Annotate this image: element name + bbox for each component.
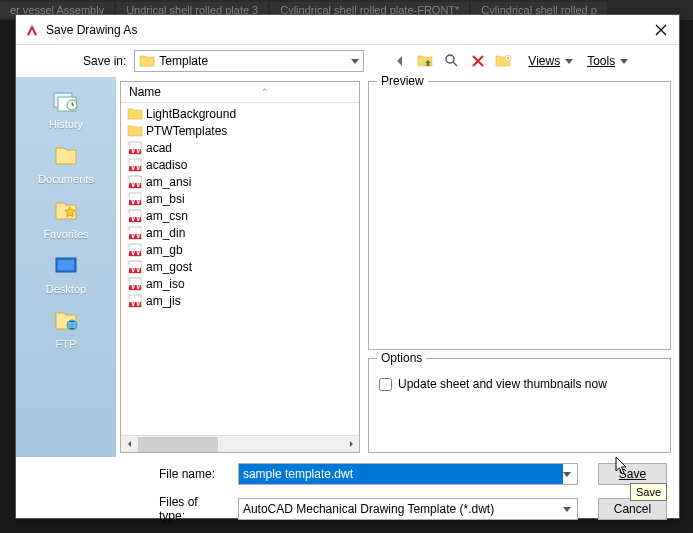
- titlebar: Save Drawing As: [16, 15, 679, 45]
- file-item[interactable]: DWTam_gost: [125, 258, 355, 275]
- dwt-file-icon: DWT: [127, 192, 143, 206]
- file-item-label: am_jis: [146, 294, 181, 308]
- history-icon: [50, 87, 82, 115]
- dwt-file-icon: DWT: [127, 141, 143, 155]
- svg-point-0: [446, 55, 454, 63]
- filename-combobox[interactable]: [238, 463, 578, 485]
- dwt-file-icon: DWT: [127, 175, 143, 189]
- new-folder-icon[interactable]: [494, 51, 514, 71]
- places-sidebar: History Documents Favorites Desktop: [16, 77, 116, 457]
- options-panel: Options Update sheet and view thumbnails…: [368, 358, 671, 453]
- scroll-thumb[interactable]: [138, 437, 218, 452]
- ftp-icon: [50, 307, 82, 335]
- update-thumbnails-checkbox[interactable]: [379, 378, 392, 391]
- preview-panel: Preview: [368, 81, 671, 350]
- scroll-right-icon[interactable]: [342, 436, 359, 453]
- sidebar-item-label: Documents: [38, 173, 94, 185]
- sidebar-item-history[interactable]: History: [26, 83, 106, 134]
- chevron-down-icon: [563, 472, 571, 477]
- toolbar: Save in: Template: [16, 45, 679, 77]
- dialog-title: Save Drawing As: [46, 23, 651, 37]
- file-item-label: am_bsi: [146, 192, 185, 206]
- sidebar-item-desktop[interactable]: Desktop: [26, 248, 106, 299]
- file-item[interactable]: DWTacad: [125, 139, 355, 156]
- sidebar-item-ftp[interactable]: FTP: [26, 303, 106, 354]
- file-list[interactable]: Name ⌃ LightBackgroundPTWTemplatesDWTaca…: [120, 81, 360, 453]
- chevron-down-icon: [620, 59, 628, 64]
- sidebar-item-label: FTP: [56, 338, 77, 350]
- svg-text:DWT: DWT: [128, 176, 142, 189]
- file-item[interactable]: DWTam_ansi: [125, 173, 355, 190]
- svg-text:DWT: DWT: [128, 142, 142, 155]
- file-item[interactable]: DWTam_bsi: [125, 190, 355, 207]
- file-item[interactable]: LightBackground: [125, 105, 355, 122]
- filetype-combobox[interactable]: AutoCAD Mechanical Drawing Template (*.d…: [238, 498, 578, 520]
- update-thumbnails-label: Update sheet and view thumbnails now: [398, 377, 607, 391]
- back-icon[interactable]: [390, 51, 410, 71]
- options-legend: Options: [377, 351, 426, 365]
- file-item-label: LightBackground: [146, 107, 236, 121]
- folder-icon: [127, 124, 143, 138]
- svg-text:DWT: DWT: [128, 295, 142, 308]
- svg-text:DWT: DWT: [128, 159, 142, 172]
- file-item-label: acadiso: [146, 158, 187, 172]
- folder-icon: [127, 107, 143, 121]
- dwt-file-icon: DWT: [127, 294, 143, 308]
- close-button[interactable]: [651, 20, 671, 40]
- file-item-label: am_iso: [146, 277, 185, 291]
- svg-rect-6: [58, 260, 74, 270]
- list-header-name[interactable]: Name ⌃: [121, 82, 359, 103]
- file-item[interactable]: PTWTemplates: [125, 122, 355, 139]
- file-item-label: am_ansi: [146, 175, 191, 189]
- views-dropdown[interactable]: Views: [528, 54, 573, 68]
- dwt-file-icon: DWT: [127, 260, 143, 274]
- svg-text:DWT: DWT: [128, 210, 142, 223]
- svg-text:DWT: DWT: [128, 278, 142, 291]
- file-item[interactable]: DWTacadiso: [125, 156, 355, 173]
- filetype-value: AutoCAD Mechanical Drawing Template (*.d…: [239, 502, 563, 516]
- file-item[interactable]: DWTam_csn: [125, 207, 355, 224]
- file-item-label: PTWTemplates: [146, 124, 227, 138]
- tooltip: Save: [630, 483, 667, 501]
- dwt-file-icon: DWT: [127, 226, 143, 240]
- file-item-label: am_din: [146, 226, 185, 240]
- sidebar-item-documents[interactable]: Documents: [26, 138, 106, 189]
- file-item-label: am_gb: [146, 243, 183, 257]
- file-item[interactable]: DWTam_din: [125, 224, 355, 241]
- chevron-down-icon: [565, 59, 573, 64]
- up-folder-icon[interactable]: [416, 51, 436, 71]
- sidebar-item-favorites[interactable]: Favorites: [26, 193, 106, 244]
- file-item-label: am_gost: [146, 260, 192, 274]
- chevron-down-icon: [563, 507, 571, 512]
- filename-input[interactable]: [239, 464, 563, 484]
- file-item-label: am_csn: [146, 209, 188, 223]
- dwt-file-icon: DWT: [127, 243, 143, 257]
- desktop-icon: [50, 252, 82, 280]
- file-item[interactable]: DWTam_jis: [125, 292, 355, 309]
- tools-dropdown[interactable]: Tools: [587, 54, 628, 68]
- search-icon[interactable]: [442, 51, 462, 71]
- sidebar-item-label: History: [49, 118, 83, 130]
- delete-icon[interactable]: [468, 51, 488, 71]
- app-icon: [24, 22, 40, 38]
- scroll-left-icon[interactable]: [121, 436, 138, 453]
- file-item[interactable]: DWTam_gb: [125, 241, 355, 258]
- filename-label: File name:: [159, 467, 218, 481]
- save-dialog: Save Drawing As Save in: Template: [15, 14, 680, 519]
- filetype-label: Files of type:: [159, 495, 218, 523]
- location-dropdown[interactable]: Template: [134, 50, 364, 72]
- sort-indicator-icon: ⌃: [261, 87, 269, 97]
- dwt-file-icon: DWT: [127, 158, 143, 172]
- location-value: Template: [159, 54, 208, 68]
- horizontal-scrollbar[interactable]: [121, 435, 359, 452]
- preview-legend: Preview: [377, 74, 428, 88]
- sidebar-item-label: Favorites: [43, 228, 88, 240]
- favorites-icon: [50, 197, 82, 225]
- documents-icon: [50, 142, 82, 170]
- file-item[interactable]: DWTam_iso: [125, 275, 355, 292]
- svg-text:DWT: DWT: [128, 244, 142, 257]
- sidebar-item-label: Desktop: [46, 283, 86, 295]
- cancel-button[interactable]: Cancel: [598, 498, 667, 520]
- save-button[interactable]: Save: [598, 463, 667, 485]
- svg-text:DWT: DWT: [128, 261, 142, 274]
